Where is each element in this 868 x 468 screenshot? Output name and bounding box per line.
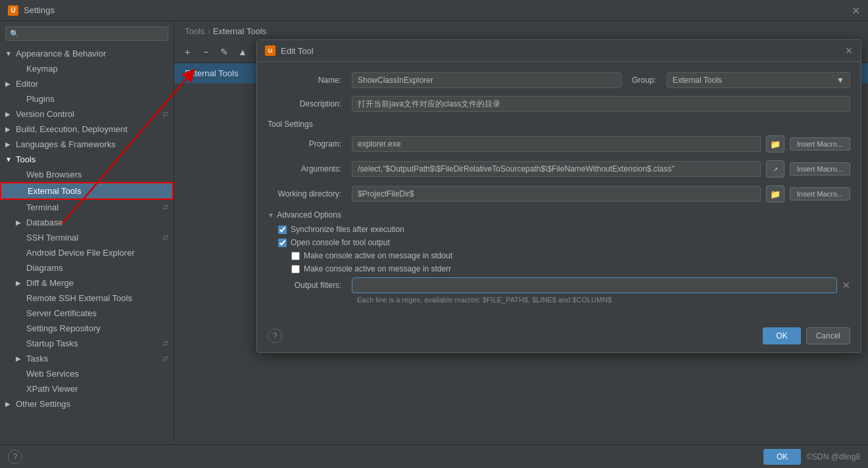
sync-icon: ⇄ <box>162 233 168 242</box>
sidebar-item-diagrams[interactable]: Diagrams <box>0 260 174 275</box>
sync-icon: ⇄ <box>162 203 168 212</box>
expand-arrow: ▶ <box>16 355 24 362</box>
sidebar-item-other-settings[interactable]: ▶ Other Settings <box>0 396 174 411</box>
cancel-button[interactable]: Cancel <box>806 327 850 344</box>
output-filters-hint: Each line is a regex, available macros: … <box>357 296 850 304</box>
sidebar-item-diff-merge[interactable]: ▶ Diff & Merge <box>0 275 174 291</box>
program-folder-button[interactable]: 📁 <box>766 135 784 152</box>
modal-close-button[interactable]: ✕ <box>845 45 853 56</box>
sidebar-item-languages[interactable]: ▶ Languages & Frameworks <box>0 137 174 152</box>
expand-arrow: ▶ <box>5 400 13 408</box>
sidebar-item-keymap[interactable]: Keymap <box>0 61 174 76</box>
active-stdout-label: Make console active on message in stdout <box>304 251 452 260</box>
active-stdout-row: Make console active on message in stdout <box>291 251 850 260</box>
arguments-input[interactable] <box>352 161 761 177</box>
working-dir-insert-macro-button[interactable]: Insert Macro... <box>790 187 850 200</box>
arguments-insert-macro-button[interactable]: Insert Macro... <box>790 162 850 176</box>
expand-arrow: ▼ <box>5 156 13 163</box>
sidebar-item-server-certs[interactable]: Server Certificates <box>0 306 174 321</box>
sidebar-item-database[interactable]: ▶ Database <box>0 215 174 230</box>
bottom-right: OK ©SDN @dling8 <box>763 449 860 465</box>
expand-arrow: ▼ <box>5 50 13 57</box>
working-dir-input[interactable] <box>352 186 761 202</box>
footer-buttons: OK Cancel <box>763 327 850 344</box>
settings-window: U Settings ✕ 🔍 ▼ Appearance & Behavior K… <box>0 0 868 468</box>
group-select[interactable]: External Tools ▼ <box>667 72 850 88</box>
sidebar-item-version-control[interactable]: ▶ Version Control ⇄ <box>0 106 174 122</box>
app-icon: U <box>8 5 18 16</box>
output-filters-clear-button[interactable]: ✕ <box>842 280 850 291</box>
search-input[interactable] <box>22 29 164 38</box>
description-input[interactable] <box>352 96 850 112</box>
arguments-row: Arguments: ↗ Insert Macro... <box>268 160 850 177</box>
sidebar-item-external-tools[interactable]: External Tools <box>0 182 174 200</box>
edit-tool-button[interactable]: ✎ <box>216 44 232 60</box>
window-title: Settings <box>24 5 55 15</box>
modal-body: Name: Group: External Tools ▼ Descriptio… <box>257 62 861 322</box>
help-button[interactable]: ? <box>268 329 282 343</box>
open-console-checkbox[interactable] <box>278 239 287 247</box>
tool-settings-section-title: Tool Settings <box>268 120 850 129</box>
watermark: ©SDN @dling8 <box>806 452 860 461</box>
sidebar-item-editor[interactable]: ▶ Editor <box>0 76 174 91</box>
arguments-expand-button[interactable]: ↗ <box>766 160 784 177</box>
sidebar-item-remote-ssh[interactable]: Remote SSH External Tools <box>0 291 174 306</box>
program-row: Program: 📁 Insert Macro... <box>268 135 850 152</box>
add-tool-button[interactable]: + <box>180 44 195 60</box>
output-filters-label: Output filters: <box>268 281 347 290</box>
active-stderr-checkbox[interactable] <box>291 265 300 273</box>
open-console-label: Open console for tool output <box>291 238 390 247</box>
remove-tool-button[interactable]: − <box>198 44 214 60</box>
program-label: Program: <box>268 139 347 149</box>
sidebar-item-appearance[interactable]: ▼ Appearance & Behavior <box>0 46 174 61</box>
sidebar-item-ssh-terminal[interactable]: SSH Terminal ⇄ <box>0 230 174 245</box>
sync-icon: ⇄ <box>162 339 168 348</box>
dropdown-arrow-icon: ▼ <box>836 76 844 85</box>
sidebar-item-tasks[interactable]: ▶ Tasks ⇄ <box>0 351 174 366</box>
sidebar-item-android[interactable]: Android Device File Explorer <box>0 245 174 260</box>
bottom-help-button[interactable]: ? <box>8 450 22 464</box>
sidebar-item-terminal[interactable]: Terminal ⇄ <box>0 200 174 215</box>
modal-footer: ? OK Cancel <box>257 322 861 352</box>
sidebar-item-web-services[interactable]: Web Services <box>0 366 174 381</box>
breadcrumb: Tools › External Tools <box>174 21 868 41</box>
breadcrumb-parent: Tools <box>185 26 205 36</box>
output-filters-row: Output filters: ✕ <box>268 277 850 293</box>
move-up-button[interactable]: ▲ <box>235 44 251 60</box>
expand-arrow: ▶ <box>5 126 13 133</box>
sync-files-label: Synchronize files after execution <box>291 225 404 234</box>
working-dir-row: Working directory: 📁 Insert Macro... <box>268 185 850 202</box>
sidebar-item-startup-tasks[interactable]: Startup Tasks ⇄ <box>0 336 174 351</box>
modal-title-bar: U Edit Tool ✕ <box>257 40 861 62</box>
sidebar-item-settings-repo[interactable]: Settings Repository <box>0 321 174 336</box>
description-row: Description: <box>268 96 850 112</box>
sidebar-item-xpath-viewer[interactable]: XPath Viewer <box>0 381 174 396</box>
sync-files-checkbox[interactable] <box>278 225 287 234</box>
breadcrumb-separator: › <box>207 26 210 36</box>
name-input[interactable] <box>352 72 621 88</box>
bottom-ok-button[interactable]: OK <box>763 449 801 465</box>
sync-icon: ⇄ <box>162 354 168 363</box>
working-dir-folder-button[interactable]: 📁 <box>766 185 784 202</box>
advanced-title: ▼ Advanced Options <box>268 210 850 220</box>
expand-arrow: ▶ <box>5 110 13 118</box>
sidebar-item-plugins[interactable]: Plugins <box>0 91 174 106</box>
expand-arrow: ▶ <box>5 141 13 148</box>
ok-button[interactable]: OK <box>763 327 800 344</box>
search-box[interactable]: 🔍 <box>5 26 168 41</box>
window-close-button[interactable]: ✕ <box>852 4 860 16</box>
sync-icon: ⇄ <box>162 110 168 118</box>
sidebar-item-web-browsers[interactable]: Web Browsers <box>0 167 174 182</box>
program-input[interactable] <box>352 136 761 152</box>
expand-arrow: ▶ <box>5 80 13 87</box>
edit-tool-modal: U Edit Tool ✕ Name: Group: External Tool… <box>256 39 861 353</box>
active-stdout-checkbox[interactable] <box>291 252 300 260</box>
name-group-row: Name: Group: External Tools ▼ <box>268 72 850 88</box>
sidebar-item-build[interactable]: ▶ Build, Execution, Deployment <box>0 122 174 137</box>
modal-title: Edit Tool <box>281 46 314 56</box>
sidebar-item-tools[interactable]: ▼ Tools <box>0 152 174 167</box>
advanced-section: ▼ Advanced Options Synchronize files aft… <box>268 210 850 273</box>
expand-arrow: ▶ <box>16 219 24 226</box>
program-insert-macro-button[interactable]: Insert Macro... <box>790 137 850 151</box>
output-filters-input[interactable] <box>352 277 837 293</box>
